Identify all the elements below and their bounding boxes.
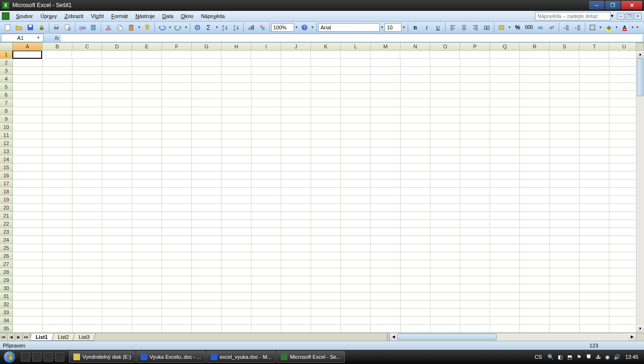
cell[interactable] (609, 147, 639, 155)
cell[interactable] (43, 220, 72, 228)
cell[interactable] (490, 244, 520, 252)
print-button[interactable] (51, 22, 62, 33)
row-header[interactable]: 28 (0, 268, 13, 276)
cell[interactable] (580, 220, 609, 228)
cell[interactable] (102, 292, 132, 300)
cell[interactable] (371, 196, 401, 204)
cell[interactable] (251, 300, 281, 309)
cell[interactable] (520, 325, 550, 333)
cell[interactable] (430, 147, 460, 155)
cell[interactable] (401, 107, 430, 115)
cell[interactable] (281, 309, 311, 317)
row-header[interactable]: 12 (0, 139, 13, 147)
cell[interactable] (580, 325, 609, 333)
cell[interactable] (72, 325, 102, 333)
cell[interactable] (609, 188, 639, 196)
cell[interactable] (490, 325, 520, 333)
maximize-button[interactable]: ❐ (605, 1, 620, 9)
name-box[interactable]: A1 ▼ (1, 34, 44, 42)
cell[interactable] (281, 204, 311, 212)
cell[interactable] (162, 252, 192, 260)
cell[interactable] (72, 292, 102, 300)
cell[interactable] (341, 196, 371, 204)
row-header[interactable]: 31 (0, 292, 13, 300)
cell[interactable] (132, 325, 162, 333)
cell[interactable] (281, 244, 311, 252)
cell[interactable] (371, 260, 401, 268)
cell[interactable] (580, 204, 609, 212)
cell[interactable] (401, 131, 430, 139)
cell[interactable] (490, 67, 520, 75)
cell[interactable] (490, 284, 520, 292)
cell[interactable] (162, 309, 192, 317)
cell[interactable] (222, 325, 251, 333)
currency-dropdown[interactable]: ▾ (507, 25, 512, 29)
cell[interactable] (281, 212, 311, 220)
cell[interactable] (341, 260, 371, 268)
cell[interactable] (72, 147, 102, 155)
cell[interactable] (102, 236, 132, 244)
sort-asc-button[interactable]: AZ (220, 22, 230, 33)
bold-button[interactable]: B (410, 22, 420, 33)
sheet-tab[interactable]: List2 (52, 334, 75, 341)
sheet-tab[interactable]: List3 (72, 334, 96, 341)
cell[interactable] (520, 196, 550, 204)
quick-launch-item[interactable] (55, 352, 64, 362)
cell[interactable] (251, 212, 281, 220)
cell[interactable] (13, 83, 43, 91)
align-right-button[interactable] (470, 22, 481, 33)
start-button[interactable] (0, 350, 19, 364)
cell[interactable] (311, 91, 341, 99)
cell[interactable] (132, 317, 162, 325)
cell[interactable] (222, 172, 251, 180)
mdi-close-button[interactable]: × (634, 13, 642, 19)
cell[interactable] (251, 252, 281, 260)
redo-button[interactable] (173, 22, 183, 33)
new-button[interactable] (2, 22, 13, 33)
cell[interactable] (43, 99, 72, 107)
cell[interactable] (192, 300, 222, 309)
cell[interactable] (490, 236, 520, 244)
column-header[interactable]: L (341, 43, 371, 50)
cell[interactable] (430, 67, 460, 75)
tray-volume-icon[interactable]: 🔊 (614, 354, 620, 360)
column-header[interactable]: R (520, 43, 550, 50)
cell[interactable] (609, 123, 639, 131)
cell[interactable] (430, 244, 460, 252)
cell[interactable] (102, 212, 132, 220)
cell[interactable] (13, 309, 43, 317)
cell[interactable] (550, 83, 580, 91)
cell[interactable] (43, 123, 72, 131)
cell[interactable] (490, 123, 520, 131)
cell[interactable] (550, 300, 580, 309)
cell[interactable] (102, 244, 132, 252)
cell[interactable] (371, 188, 401, 196)
cell[interactable] (281, 67, 311, 75)
cell[interactable] (43, 260, 72, 268)
cell[interactable] (43, 196, 72, 204)
cell[interactable] (520, 284, 550, 292)
cell[interactable] (222, 284, 251, 292)
row-header[interactable]: 16 (0, 172, 13, 180)
cell[interactable] (222, 309, 251, 317)
cell[interactable] (251, 147, 281, 155)
cell[interactable] (580, 244, 609, 252)
row-header[interactable]: 1 (0, 51, 13, 59)
cell[interactable] (102, 188, 132, 196)
cell[interactable] (490, 139, 520, 147)
cell[interactable] (43, 67, 72, 75)
cell[interactable] (341, 220, 371, 228)
cell[interactable] (192, 309, 222, 317)
cell[interactable] (13, 123, 43, 131)
cell[interactable] (371, 139, 401, 147)
cell[interactable] (192, 155, 222, 164)
cell[interactable] (13, 284, 43, 292)
cell[interactable] (102, 83, 132, 91)
tab-nav-prev-icon[interactable]: ◀ (8, 333, 15, 341)
cell[interactable] (401, 83, 430, 91)
cell[interactable] (162, 59, 192, 67)
cell[interactable] (311, 284, 341, 292)
cell[interactable] (580, 284, 609, 292)
cell[interactable] (311, 252, 341, 260)
cell[interactable] (550, 99, 580, 107)
